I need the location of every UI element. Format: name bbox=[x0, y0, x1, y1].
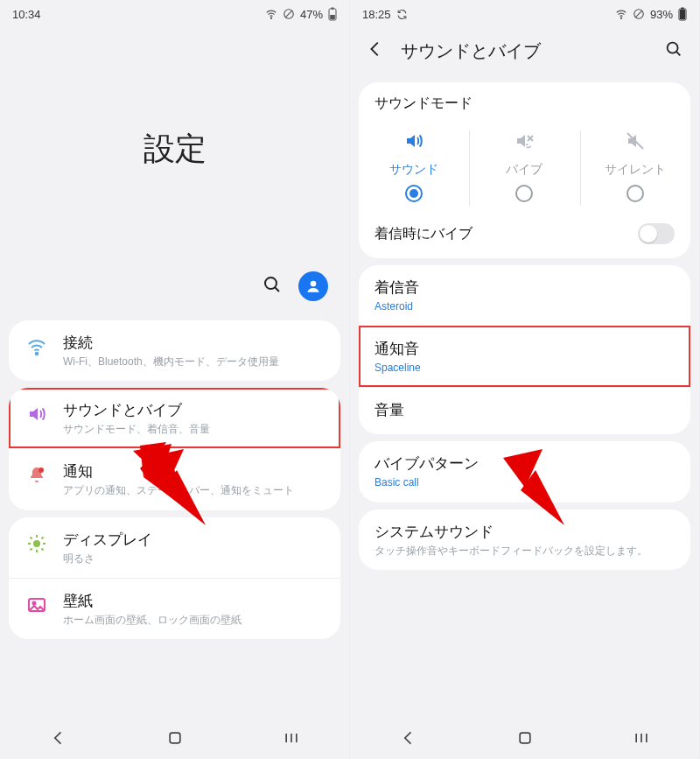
block-icon bbox=[283, 8, 295, 20]
mode-label: サウンド bbox=[389, 162, 438, 178]
nav-recents[interactable] bbox=[261, 720, 322, 755]
svg-point-33 bbox=[620, 18, 621, 18]
nav-recents[interactable] bbox=[611, 720, 672, 755]
row-title: 壁紙 bbox=[63, 591, 325, 611]
sounds-card: 着信音Asteroid通知音Spaceline音量 bbox=[359, 265, 690, 434]
status-bar: 18:25 93% bbox=[350, 0, 699, 26]
status-time: 10:34 bbox=[12, 8, 41, 21]
mode-label: サイレント bbox=[605, 162, 666, 178]
navigation-bar bbox=[350, 717, 699, 759]
block-icon bbox=[633, 8, 645, 20]
svg-rect-38 bbox=[680, 10, 685, 19]
row-ringtone[interactable]: 着信音Asteroid bbox=[359, 265, 690, 326]
svg-line-40 bbox=[676, 52, 680, 55]
settings-group: 接続Wi-Fi、Bluetooth、機内モード、データ使用量 bbox=[9, 320, 340, 381]
svg-rect-37 bbox=[682, 8, 684, 10]
sound-mode-card: サウンドモード サウンドバイブサイレント 着信時にバイブ bbox=[359, 82, 690, 258]
nav-back[interactable] bbox=[28, 720, 89, 755]
svg-rect-5 bbox=[330, 15, 335, 19]
row-title: システムサウンド bbox=[374, 522, 675, 542]
wifi-status-icon bbox=[265, 8, 277, 20]
svg-line-18 bbox=[31, 548, 32, 550]
nav-home[interactable] bbox=[494, 720, 556, 755]
row-system-sound[interactable]: システムサウンドタッチ操作音やキーボードフィードバックを設定します。 bbox=[359, 510, 690, 570]
svg-line-7 bbox=[275, 287, 279, 292]
row-title: バイブパターン bbox=[374, 453, 675, 474]
status-time: 18:25 bbox=[362, 8, 391, 21]
svg-rect-4 bbox=[332, 8, 334, 10]
nav-home[interactable] bbox=[144, 720, 206, 755]
svg-point-8 bbox=[311, 281, 317, 287]
section-title-sound-mode: サウンドモード bbox=[359, 82, 690, 122]
svg-point-0 bbox=[270, 18, 271, 18]
sound-mode-sound[interactable]: サウンド bbox=[359, 125, 469, 211]
vibrate-on-ring-switch[interactable] bbox=[638, 223, 675, 244]
vibrate-icon bbox=[514, 130, 535, 155]
row-title: 通知 bbox=[63, 461, 325, 481]
sync-icon bbox=[396, 9, 408, 20]
sound-mode-silent[interactable]: サイレント bbox=[580, 125, 690, 211]
battery-icon bbox=[678, 7, 687, 21]
settings-row-display[interactable]: ディスプレイ明るさ bbox=[9, 517, 340, 578]
speaker-icon bbox=[403, 130, 424, 155]
svg-rect-29 bbox=[170, 733, 180, 743]
settings-row-notifications[interactable]: 通知アプリの通知、ステータスバー、通知をミュート bbox=[9, 448, 340, 510]
row-subtitle: タッチ操作音やキーボードフィードバックを設定します。 bbox=[374, 544, 675, 558]
svg-line-17 bbox=[41, 548, 43, 550]
mode-radio[interactable] bbox=[626, 185, 644, 202]
row-subtitle: Wi-Fi、Bluetooth、機内モード、データ使用量 bbox=[63, 355, 325, 369]
mute-icon bbox=[625, 130, 646, 155]
row-notification-sound[interactable]: 通知音Spaceline bbox=[359, 326, 690, 387]
search-button[interactable] bbox=[659, 34, 689, 67]
battery-percent: 47% bbox=[300, 8, 323, 21]
back-button[interactable] bbox=[360, 34, 390, 67]
row-value: Asteroid bbox=[374, 299, 675, 313]
bell-icon bbox=[24, 463, 49, 488]
svg-line-19 bbox=[41, 537, 43, 538]
row-title: 音量 bbox=[374, 400, 675, 420]
vibrate-on-ring-label: 着信時にバイブ bbox=[374, 225, 472, 243]
nav-back[interactable] bbox=[378, 720, 439, 755]
row-title: ディスプレイ bbox=[63, 530, 325, 550]
settings-row-sound-vibration[interactable]: サウンドとバイブサウンドモード、着信音、音量 bbox=[9, 388, 340, 448]
svg-point-11 bbox=[33, 540, 40, 547]
wifi-status-icon bbox=[615, 8, 627, 20]
svg-point-39 bbox=[668, 43, 678, 53]
settings-row-wallpaper[interactable]: 壁紙ホーム画面の壁紙、ロック画面の壁紙 bbox=[9, 578, 340, 639]
speaker-icon bbox=[24, 402, 49, 426]
row-subtitle: ホーム画面の壁紙、ロック画面の壁紙 bbox=[63, 613, 325, 627]
svg-line-35 bbox=[635, 11, 642, 18]
svg-line-2 bbox=[285, 11, 292, 18]
row-title: 着信音 bbox=[374, 278, 675, 298]
sound-mode-vibrate[interactable]: バイブ bbox=[469, 125, 579, 211]
search-button[interactable] bbox=[262, 274, 283, 299]
row-subtitle: サウンドモード、着信音、音量 bbox=[63, 422, 325, 436]
svg-point-10 bbox=[38, 467, 44, 473]
svg-point-6 bbox=[265, 278, 276, 289]
battery-icon bbox=[328, 7, 337, 21]
mode-radio[interactable] bbox=[405, 185, 423, 202]
battery-percent: 93% bbox=[650, 8, 673, 21]
row-title: 接続 bbox=[63, 333, 325, 353]
settings-group: ディスプレイ明るさ壁紙ホーム画面の壁紙、ロック画面の壁紙 bbox=[9, 517, 340, 639]
page-title: サウンドとバイブ bbox=[397, 39, 652, 63]
vibration-card: バイブパターンBasic call bbox=[359, 441, 690, 502]
page-header: サウンドとバイブ bbox=[350, 26, 699, 75]
system-sound-card: システムサウンドタッチ操作音やキーボードフィードバックを設定します。 bbox=[359, 510, 690, 570]
mode-label: バイブ bbox=[506, 162, 542, 178]
row-vibration-pattern[interactable]: バイブパターンBasic call bbox=[359, 441, 690, 502]
svg-line-16 bbox=[31, 537, 32, 538]
row-value: Spaceline bbox=[374, 361, 675, 375]
image-icon bbox=[24, 593, 49, 617]
wifi-icon bbox=[24, 334, 49, 359]
screen-settings-root: 10:34 47% 設定 接続Wi-Fi、Bluetooth、機内モード、データ… bbox=[0, 0, 350, 759]
navigation-bar bbox=[0, 717, 349, 759]
account-avatar[interactable] bbox=[298, 271, 328, 301]
row-title: サウンドとバイブ bbox=[63, 400, 325, 420]
screen-sound-and-vibration: 18:25 93% サウンドとバイブ サウンドモード bbox=[350, 0, 700, 759]
row-subtitle: アプリの通知、ステータスバー、通知をミュート bbox=[63, 483, 325, 497]
row-volume[interactable]: 音量 bbox=[359, 387, 690, 434]
settings-row-connections[interactable]: 接続Wi-Fi、Bluetooth、機内モード、データ使用量 bbox=[9, 320, 340, 381]
brightness-icon bbox=[24, 531, 49, 556]
mode-radio[interactable] bbox=[515, 185, 533, 202]
